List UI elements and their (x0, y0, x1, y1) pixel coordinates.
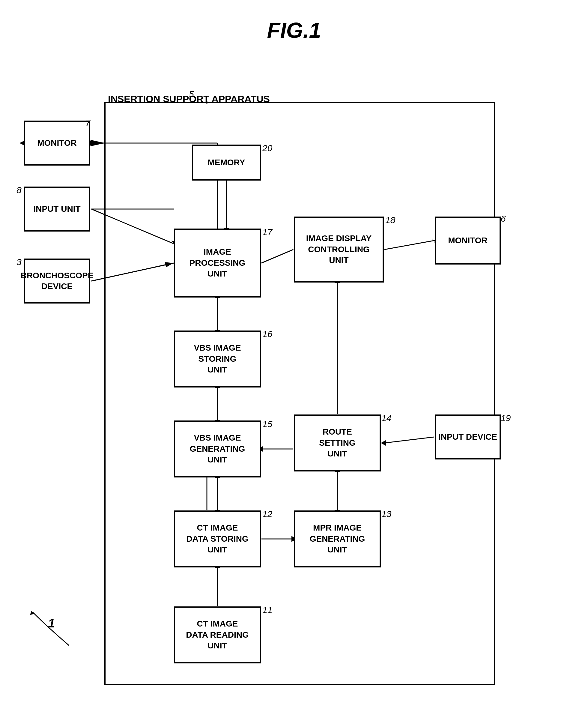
svg-line-8 (91, 209, 173, 244)
ref-route-setting: 14 (381, 413, 391, 423)
ref-image-processing: 17 (262, 227, 272, 237)
svg-line-44 (384, 437, 434, 443)
image-display-box: IMAGE DISPLAY CONTROLLING UNIT (294, 216, 384, 282)
monitor-left-box: MONITOR (24, 121, 90, 166)
input-device-box: INPUT DEVICE (435, 415, 501, 460)
route-setting-box: ROUTE SETTING UNIT (294, 415, 381, 471)
ref-bronchoscope: 3 (17, 257, 22, 267)
monitor-right-box: MONITOR (435, 216, 501, 265)
ref-monitor-left: 7 (85, 118, 90, 128)
bronchoscope-box: BRONCHOSCOPE DEVICE (24, 258, 90, 303)
svg-line-5 (91, 263, 174, 281)
mpr-generating-label: MPR IMAGE GENERATING UNIT (310, 523, 365, 555)
svg-marker-12 (91, 140, 105, 146)
ref-memory: 20 (262, 143, 272, 153)
label1-arrow (24, 609, 84, 654)
monitor-right-label: MONITOR (448, 235, 487, 246)
image-processing-label: IMAGE PROCESSING UNIT (189, 247, 246, 279)
monitor-left-label: MONITOR (37, 138, 77, 148)
ref-vbs-generating: 15 (262, 419, 272, 429)
memory-box: MEMORY (192, 145, 261, 181)
ref-image-display: 18 (385, 215, 395, 225)
memory-label: MEMORY (208, 157, 245, 168)
svg-rect-0 (105, 103, 495, 685)
vbs-generating-label: VBS IMAGE GENERATING UNIT (190, 433, 245, 465)
svg-marker-45 (381, 440, 386, 446)
route-setting-label: ROUTE SETTING UNIT (319, 426, 355, 459)
ct-reading-label: CT IMAGE DATA READING UNIT (186, 618, 249, 651)
image-display-label: IMAGE DISPLAY CONTROLLING UNIT (306, 233, 372, 266)
ref-input-device: 19 (501, 413, 511, 423)
ref-mpr-generating: 13 (381, 509, 391, 519)
ref-ct-storing: 12 (262, 509, 272, 519)
svg-line-18 (261, 250, 293, 263)
ref-ct-reading: 11 (262, 605, 272, 615)
ref-input-unit: 8 (17, 185, 22, 195)
ct-storing-box: CT IMAGE DATA STORING UNIT (174, 510, 261, 567)
svg-marker-21 (432, 238, 435, 243)
vbs-storing-label: VBS IMAGE STORING UNIT (194, 342, 241, 375)
ct-storing-label: CT IMAGE DATA STORING UNIT (186, 523, 248, 555)
page-title: FIG.1 (0, 0, 588, 55)
vbs-generating-box: VBS IMAGE GENERATING UNIT (174, 420, 261, 478)
input-unit-box: INPUT UNIT (24, 187, 90, 232)
ct-reading-box: CT IMAGE DATA READING UNIT (174, 606, 261, 664)
svg-line-20 (384, 240, 434, 250)
input-unit-label: INPUT UNIT (33, 204, 80, 214)
ref-vbs-storing: 16 (262, 329, 272, 339)
bronchoscope-label: BRONCHOSCOPE DEVICE (21, 270, 93, 292)
svg-line-7 (91, 263, 173, 281)
mpr-generating-box: MPR IMAGE GENERATING UNIT (294, 510, 381, 567)
vbs-storing-box: VBS IMAGE STORING UNIT (174, 331, 261, 387)
ref-monitor-right: 6 (501, 213, 506, 224)
input-device-label: INPUT DEVICE (438, 432, 497, 442)
ref-apparatus: 5 (189, 89, 194, 99)
image-processing-box: IMAGE PROCESSING UNIT (174, 229, 261, 297)
